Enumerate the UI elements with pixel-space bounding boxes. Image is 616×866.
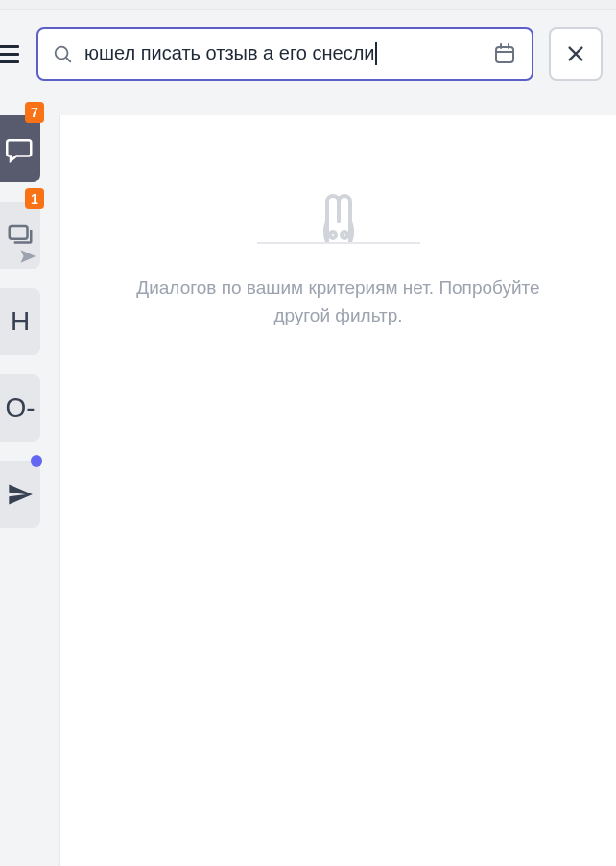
sidebar-item-letter-o[interactable]: О-	[0, 374, 40, 442]
svg-point-9	[330, 232, 336, 238]
sidebar-item-letter-h[interactable]: Н	[0, 288, 40, 355]
svg-line-1	[66, 58, 70, 61]
svg-point-0	[56, 47, 68, 60]
chats-stack-icon	[6, 221, 35, 250]
sidebar: 7 1 Н О-	[0, 115, 40, 547]
sidebar-item-send[interactable]	[0, 461, 40, 528]
svg-rect-2	[496, 47, 513, 62]
header: юшел писать отзыв а его снесли	[0, 27, 603, 81]
search-icon	[52, 43, 73, 64]
search-input-text: юшел писать отзыв а его снесли	[84, 42, 374, 63]
search-field[interactable]: юшел писать отзыв а его снесли	[36, 27, 533, 81]
status-indicator	[31, 455, 42, 467]
svg-point-10	[342, 232, 347, 238]
svg-rect-8	[10, 226, 28, 239]
empty-state-message: Диалогов по вашим критериям нет. Попробу…	[89, 275, 588, 329]
search-input[interactable]: юшел писать отзыв а его снесли	[84, 42, 480, 66]
send-icon	[7, 481, 34, 508]
close-button[interactable]	[549, 27, 603, 81]
calendar-button[interactable]	[491, 40, 518, 67]
chat-icon	[6, 134, 35, 163]
rabbit-icon	[308, 184, 369, 242]
close-icon	[565, 43, 586, 64]
titlebar-strip	[0, 0, 616, 10]
tile-label: О-	[5, 393, 35, 423]
calendar-icon	[493, 42, 516, 65]
badge: 7	[25, 102, 44, 123]
send-mini-icon	[19, 248, 36, 265]
tile-label: Н	[11, 306, 30, 337]
sidebar-item-chats-stack[interactable]: 1	[0, 202, 40, 269]
sidebar-item-chat[interactable]: 7	[0, 115, 40, 182]
badge: 1	[25, 188, 44, 209]
empty-state-illustration	[257, 184, 420, 244]
menu-button[interactable]	[0, 40, 21, 67]
results-panel: Диалогов по вашим критериям нет. Попробу…	[59, 115, 616, 866]
text-caret	[375, 42, 377, 65]
